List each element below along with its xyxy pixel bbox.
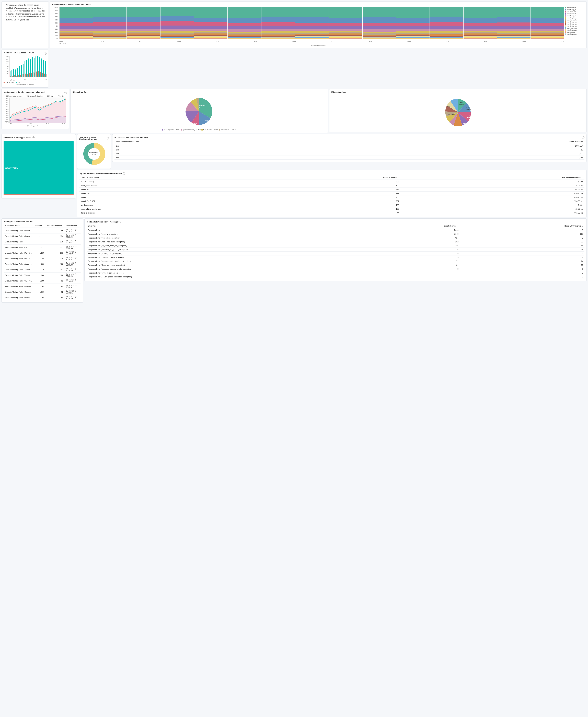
alerts-bars-area [9, 56, 46, 77]
table-row: 3xx 12 [114, 148, 585, 152]
kibana-versions-title: Kibana Versions [332, 91, 585, 93]
failures-col-name[interactable]: Transaction Name ⌄ [3, 224, 34, 228]
svg-text:Elasticsearch: Elasticsearch [89, 152, 99, 153]
table-row: ResponseError (circuit_breaking_exceptio… [87, 271, 585, 275]
error-type-cell: ResponseError (illegal_argument_exceptio… [87, 263, 359, 267]
bar-segment [295, 33, 329, 34]
last-exec-cell: Jul 6, 2023 @ 20:30:39. [65, 267, 81, 273]
legend-item: xpack.uptime... [565, 29, 585, 31]
legend-label: apm.error_rate [567, 27, 577, 29]
top200-col-name[interactable]: Top 200 Cluster Names ⌄ [79, 176, 259, 180]
info-text: All visualisation have the other option … [6, 3, 46, 21]
bar-segment [464, 7, 497, 18]
http-col-count[interactable]: Count of records [412, 140, 585, 144]
bar-segment [531, 7, 564, 18]
bar-segment [464, 30, 497, 32]
bar-segment [127, 32, 160, 34]
cluster-p95-cell: 412.30 ms [400, 207, 585, 211]
error-rules-cell: 11 [460, 263, 585, 267]
transaction-name-cell: Execute Alerting Rule: "cluster health n [3, 234, 34, 239]
top200-table: Top 200 Cluster Names ⌄ Count of records… [79, 176, 585, 215]
svg-text:20:30: 20:30 [62, 123, 65, 125]
transaction-name-cell: Execute Alerting Rule: "CCR read exce [3, 278, 34, 284]
fail-bar [25, 73, 26, 77]
errors-col-rules[interactable]: Rules with that error ⌄ [460, 224, 585, 228]
bar-segment [60, 34, 93, 35]
error-count-cell: 71 [359, 259, 460, 263]
fail-bar [44, 73, 45, 77]
legend-label: xpack.ml.ano... [567, 11, 578, 13]
kibana-rule-type-card: Kibana Rule Type .index-threshold 34.25%… [70, 89, 328, 133]
table-row: pmuelr 8.6.0 277 670.24 ms [79, 192, 585, 195]
code-other: other [27, 4, 33, 6]
bar-segment [194, 32, 228, 34]
bar-segment [531, 39, 564, 39]
top200-col-count[interactable]: Count of records ⌄ [259, 176, 400, 180]
svg-text:2.9.0: 2.9.0 [447, 110, 449, 112]
fail-bar [27, 74, 28, 77]
legend-item: apm.error_rate [565, 27, 585, 29]
failures-col-success[interactable]: Success ⌄ [34, 224, 46, 228]
success-cell: 1,210 [34, 250, 46, 256]
bar-segment [93, 29, 126, 31]
bar-segment [161, 7, 194, 16]
errors-col-count[interactable]: Count of errors ⌄ [359, 224, 460, 228]
row-1: All visualisation have the other option … [1, 1, 587, 48]
legend-color-dot [565, 19, 566, 21]
table-row: pmuelr 8.8.0 289 766.47 ms [79, 188, 585, 192]
top200-col-p95[interactable]: 95th percentile duration ⌄ [400, 176, 585, 180]
legend-label: apm.transacti... [567, 19, 578, 21]
table-row: Execute Alerting Rule - 139 Jul 6, 2023 … [3, 239, 81, 245]
p95-legend-line [3, 96, 5, 96]
alert-bar-pair [34, 56, 35, 77]
failure-legend-label: Failure / N/A [5, 82, 14, 84]
table-row: ResponseError (resource_not_found_except… [87, 248, 585, 252]
bar-segment [161, 21, 194, 25]
row1b-spacer [50, 49, 587, 88]
transaction-name-cell: Execute Alerting Rule: "Shard size" [3, 261, 34, 267]
bar-segment [497, 34, 530, 35]
failures-col-failure[interactable]: Failure / Unknown ↓ [46, 224, 65, 228]
transaction-name-cell: Execute Alerting Rule: "Thread pool se [3, 273, 34, 278]
bar-segment [261, 29, 295, 31]
bar-segment [329, 30, 362, 32]
table-row: ResponseError (search_phase_execution_ex… [87, 275, 585, 279]
alert-bar-pair [37, 56, 39, 77]
http-count-cell: 2,956 [412, 156, 585, 159]
error-count-cell: 75 [359, 256, 460, 259]
stacked-bar-chart-card: Which rule takes up which amount of time… [50, 1, 587, 48]
table-row: ResponseError (cluster_block_exception) … [87, 252, 585, 256]
failures-col-lastexec[interactable]: last execution ⌄ [65, 224, 81, 228]
top200-section-title: Top 200 Cluster Names with count of aler… [79, 172, 585, 175]
last-exec-cell: Jul 6, 2023 @ 20:30:40. [65, 273, 81, 278]
bar-segment [329, 29, 362, 30]
bar-segment [93, 33, 126, 34]
legend-label: monitoring_al... [567, 15, 578, 17]
failure-cell: 108 [46, 261, 65, 267]
failure-cell: 115 [46, 256, 65, 261]
svg-text:8.8.1: 8.8.1 [468, 115, 470, 116]
bar-segment [295, 17, 329, 23]
last-exec-cell: Jul 6, 2023 @ 20:30:40. [65, 295, 81, 300]
space-info-icon: i [32, 136, 35, 139]
bar-segment [295, 26, 329, 29]
failure-cell: 100 [46, 273, 65, 278]
bar-segment [228, 26, 261, 29]
bar-segment [194, 39, 228, 39]
bar-segment [396, 34, 429, 36]
error-rules-cell: 3 [460, 275, 585, 279]
stacked-bar-group [127, 7, 160, 39]
bar-segment [127, 30, 160, 32]
alerts-info-icon: i [44, 52, 46, 55]
row-2: Alert percentile duration compared to la… [1, 89, 587, 133]
bar-segment [261, 33, 295, 34]
errors-col-type[interactable]: Error Type ⌄ [87, 224, 359, 228]
bar-segment [161, 33, 194, 34]
cluster-name-cell: pmuelr 8.8.0 [79, 188, 259, 192]
svg-text:20:15: 20:15 [9, 123, 13, 125]
http-col-code[interactable]: HTTP Response Status Code ⌄ [114, 140, 412, 144]
error-type-cell: ResponseError (resource_already_exists_e… [87, 267, 359, 271]
bar-segment [396, 18, 429, 23]
bar-segment [430, 7, 463, 17]
bar-segment [464, 23, 497, 26]
